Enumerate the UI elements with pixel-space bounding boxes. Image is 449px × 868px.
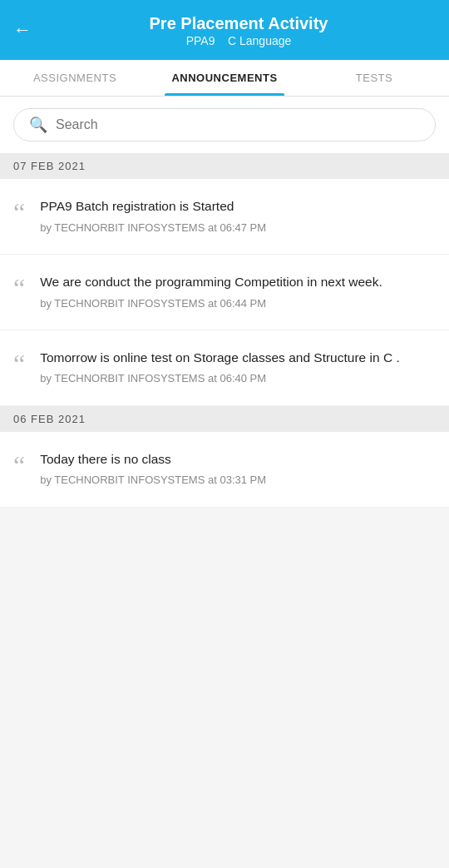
announcement-content-3: Tomorrow is online test on Storage class…: [40, 349, 436, 387]
announcement-item-2: “ We are conduct the programming Competi…: [0, 255, 449, 330]
app-header: ← Pre Placement Activity PPA9 C Language: [0, 0, 449, 60]
announcement-title-2: We are conduct the programming Competiti…: [40, 273, 436, 291]
tab-assignments[interactable]: ASSIGNMENTS: [0, 60, 150, 96]
header-text-group: Pre Placement Activity PPA9 C Language: [42, 12, 436, 47]
quote-icon-3: “: [13, 350, 25, 377]
tab-announcements[interactable]: ANNOUNCEMENTS: [150, 60, 299, 96]
tab-bar: ASSIGNMENTS ANNOUNCEMENTS TESTS: [0, 60, 449, 97]
announcement-item-1: “ PPA9 Batch registration is Started by …: [0, 179, 449, 255]
header-subtitle: PPA9 C Language: [42, 34, 436, 47]
announcement-title-4: Today there is no class: [40, 450, 436, 469]
subtitle-part2: C Language: [228, 34, 291, 47]
announcement-meta-1: by TECHNORBIT INFOSYSTEMS at 06:47 PM: [40, 221, 436, 236]
search-box: 🔍: [13, 108, 436, 141]
search-container: 🔍: [0, 97, 449, 153]
quote-icon-2: “: [13, 275, 25, 301]
tab-tests[interactable]: TESTS: [299, 60, 449, 96]
announcement-item-3: “ Tomorrow is online test on Storage cla…: [0, 330, 449, 406]
header-title: Pre Placement Activity: [42, 12, 436, 34]
announcement-content-1: PPA9 Batch registration is Started by TE…: [40, 197, 436, 236]
announcement-title-1: PPA9 Batch registration is Started: [40, 197, 436, 216]
announcement-item-4: “ Today there is no class by TECHNORBIT …: [0, 432, 449, 508]
search-input[interactable]: [56, 117, 420, 132]
quote-icon-1: “: [13, 199, 25, 226]
announcement-meta-2: by TECHNORBIT INFOSYSTEMS at 06:44 PM: [40, 296, 436, 311]
subtitle-part1: PPA9: [186, 34, 215, 47]
announcement-title-3: Tomorrow is online test on Storage class…: [40, 349, 436, 367]
date-header-1: 07 FEB 2021: [0, 153, 449, 179]
announcement-content-4: Today there is no class by TECHNORBIT IN…: [40, 450, 436, 489]
quote-icon-4: “: [13, 452, 25, 479]
date-header-2: 06 FEB 2021: [0, 406, 449, 432]
announcement-meta-3: by TECHNORBIT INFOSYSTEMS at 06:40 PM: [40, 371, 436, 386]
back-button[interactable]: ←: [13, 19, 32, 41]
announcement-meta-4: by TECHNORBIT INFOSYSTEMS at 03:31 PM: [40, 473, 436, 488]
announcement-content-2: We are conduct the programming Competiti…: [40, 273, 436, 311]
search-icon: 🔍: [29, 116, 47, 134]
